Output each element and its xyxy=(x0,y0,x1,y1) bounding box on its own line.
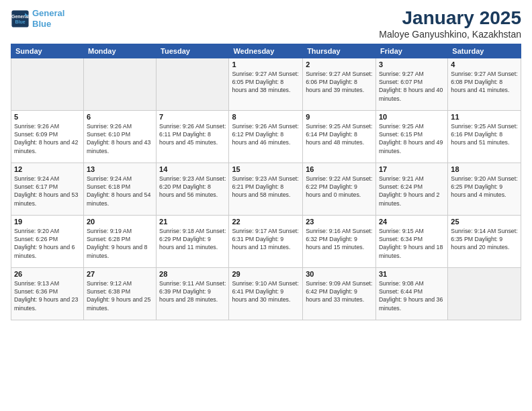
svg-text:Blue: Blue xyxy=(15,19,25,24)
day-info: Sunrise: 9:26 AM Sunset: 6:10 PM Dayligh… xyxy=(87,122,153,155)
day-info: Sunrise: 9:26 AM Sunset: 6:09 PM Dayligh… xyxy=(14,122,81,155)
calendar-cell: 30Sunrise: 9:09 AM Sunset: 6:42 PM Dayli… xyxy=(303,267,376,320)
logo-icon: General Blue xyxy=(11,9,30,28)
day-info: Sunrise: 9:20 AM Sunset: 6:26 PM Dayligh… xyxy=(14,227,81,260)
day-number: 4 xyxy=(451,60,518,68)
day-number: 1 xyxy=(232,60,300,68)
day-info: Sunrise: 9:27 AM Sunset: 6:06 PM Dayligh… xyxy=(306,70,373,95)
day-info: Sunrise: 9:23 AM Sunset: 6:21 PM Dayligh… xyxy=(232,175,300,199)
day-info: Sunrise: 9:16 AM Sunset: 6:32 PM Dayligh… xyxy=(306,227,373,252)
calendar-cell: 21Sunrise: 9:18 AM Sunset: 6:29 PM Dayli… xyxy=(157,215,229,267)
weekday-header: Thursday xyxy=(303,44,376,58)
title-section: January 2025 Maloye Ganyushkino, Kazakhs… xyxy=(379,8,521,40)
calendar-cell: 15Sunrise: 9:23 AM Sunset: 6:21 PM Dayli… xyxy=(229,163,303,215)
calendar-cell: 9Sunrise: 9:25 AM Sunset: 6:14 PM Daylig… xyxy=(303,110,376,163)
day-number: 10 xyxy=(379,113,445,121)
calendar-cell: 10Sunrise: 9:25 AM Sunset: 6:15 PM Dayli… xyxy=(375,110,447,163)
calendar-cell: 22Sunrise: 9:17 AM Sunset: 6:31 PM Dayli… xyxy=(229,215,303,267)
day-number: 21 xyxy=(159,218,226,226)
day-number: 13 xyxy=(87,165,153,173)
day-number: 11 xyxy=(451,113,518,121)
day-info: Sunrise: 9:20 AM Sunset: 6:25 PM Dayligh… xyxy=(451,175,518,199)
calendar-cell: 26Sunrise: 9:13 AM Sunset: 6:36 PM Dayli… xyxy=(11,267,84,320)
day-info: Sunrise: 9:09 AM Sunset: 6:42 PM Dayligh… xyxy=(306,279,373,304)
calendar-week-row: 26Sunrise: 9:13 AM Sunset: 6:36 PM Dayli… xyxy=(11,267,521,320)
weekday-header: Sunday xyxy=(11,44,84,58)
day-number: 3 xyxy=(379,60,445,68)
weekday-header: Friday xyxy=(375,44,447,58)
day-info: Sunrise: 9:25 AM Sunset: 6:15 PM Dayligh… xyxy=(379,122,445,155)
logo: General Blue General Blue xyxy=(11,8,64,29)
day-number: 8 xyxy=(232,113,300,121)
calendar-cell: 27Sunrise: 9:12 AM Sunset: 6:38 PM Dayli… xyxy=(83,267,156,320)
svg-rect-0 xyxy=(11,10,28,27)
calendar-cell: 18Sunrise: 9:20 AM Sunset: 6:25 PM Dayli… xyxy=(448,163,521,215)
weekday-header: Wednesday xyxy=(229,44,303,58)
day-info: Sunrise: 9:27 AM Sunset: 6:08 PM Dayligh… xyxy=(451,70,518,95)
day-number: 24 xyxy=(379,218,445,226)
calendar: SundayMondayTuesdayWednesdayThursdayFrid… xyxy=(11,44,521,320)
calendar-cell xyxy=(448,267,521,320)
location-title: Maloye Ganyushkino, Kazakhstan xyxy=(379,29,521,40)
day-number: 23 xyxy=(306,218,373,226)
weekday-header: Tuesday xyxy=(157,44,229,58)
day-info: Sunrise: 9:11 AM Sunset: 6:39 PM Dayligh… xyxy=(159,279,226,304)
calendar-cell xyxy=(11,58,84,110)
day-number: 14 xyxy=(159,165,226,173)
day-number: 12 xyxy=(14,165,81,173)
day-info: Sunrise: 9:25 AM Sunset: 6:14 PM Dayligh… xyxy=(306,122,373,147)
calendar-cell: 17Sunrise: 9:21 AM Sunset: 6:24 PM Dayli… xyxy=(375,163,447,215)
calendar-week-row: 12Sunrise: 9:24 AM Sunset: 6:17 PM Dayli… xyxy=(11,163,521,215)
day-number: 22 xyxy=(232,218,300,226)
header: General Blue General Blue January 2025 M… xyxy=(11,8,521,40)
day-number: 28 xyxy=(159,270,226,278)
day-info: Sunrise: 9:10 AM Sunset: 6:41 PM Dayligh… xyxy=(232,279,300,304)
weekday-header: Monday xyxy=(83,44,156,58)
day-number: 5 xyxy=(14,113,81,121)
day-number: 2 xyxy=(306,60,373,68)
day-number: 18 xyxy=(451,165,518,173)
day-info: Sunrise: 9:27 AM Sunset: 6:07 PM Dayligh… xyxy=(379,70,445,103)
calendar-cell: 13Sunrise: 9:24 AM Sunset: 6:18 PM Dayli… xyxy=(83,163,156,215)
calendar-week-row: 5Sunrise: 9:26 AM Sunset: 6:09 PM Daylig… xyxy=(11,110,521,163)
day-info: Sunrise: 9:24 AM Sunset: 6:17 PM Dayligh… xyxy=(14,175,81,208)
calendar-cell: 24Sunrise: 9:15 AM Sunset: 6:34 PM Dayli… xyxy=(375,215,447,267)
calendar-week-row: 1Sunrise: 9:27 AM Sunset: 6:05 PM Daylig… xyxy=(11,58,521,110)
calendar-cell: 5Sunrise: 9:26 AM Sunset: 6:09 PM Daylig… xyxy=(11,110,84,163)
calendar-cell: 29Sunrise: 9:10 AM Sunset: 6:41 PM Dayli… xyxy=(229,267,303,320)
day-info: Sunrise: 9:18 AM Sunset: 6:29 PM Dayligh… xyxy=(159,227,226,252)
day-info: Sunrise: 9:25 AM Sunset: 6:16 PM Dayligh… xyxy=(451,122,518,147)
logo-text: General Blue xyxy=(32,8,64,29)
day-number: 6 xyxy=(87,113,153,121)
day-number: 17 xyxy=(379,165,445,173)
day-number: 30 xyxy=(306,270,373,278)
day-info: Sunrise: 9:08 AM Sunset: 6:44 PM Dayligh… xyxy=(379,279,445,312)
calendar-cell: 3Sunrise: 9:27 AM Sunset: 6:07 PM Daylig… xyxy=(375,58,447,110)
day-info: Sunrise: 9:26 AM Sunset: 6:12 PM Dayligh… xyxy=(232,122,300,147)
calendar-cell: 16Sunrise: 9:22 AM Sunset: 6:22 PM Dayli… xyxy=(303,163,376,215)
day-number: 15 xyxy=(232,165,300,173)
day-number: 31 xyxy=(379,270,445,278)
day-number: 29 xyxy=(232,270,300,278)
day-info: Sunrise: 9:26 AM Sunset: 6:11 PM Dayligh… xyxy=(159,122,226,147)
calendar-cell: 28Sunrise: 9:11 AM Sunset: 6:39 PM Dayli… xyxy=(157,267,229,320)
day-info: Sunrise: 9:24 AM Sunset: 6:18 PM Dayligh… xyxy=(87,175,153,208)
day-number: 27 xyxy=(87,270,153,278)
calendar-cell xyxy=(83,58,156,110)
calendar-cell: 12Sunrise: 9:24 AM Sunset: 6:17 PM Dayli… xyxy=(11,163,84,215)
day-info: Sunrise: 9:19 AM Sunset: 6:28 PM Dayligh… xyxy=(87,227,153,260)
day-info: Sunrise: 9:13 AM Sunset: 6:36 PM Dayligh… xyxy=(14,279,81,312)
day-number: 20 xyxy=(87,218,153,226)
calendar-cell xyxy=(157,58,229,110)
day-info: Sunrise: 9:17 AM Sunset: 6:31 PM Dayligh… xyxy=(232,227,300,252)
day-info: Sunrise: 9:15 AM Sunset: 6:34 PM Dayligh… xyxy=(379,227,445,260)
day-number: 19 xyxy=(14,218,81,226)
calendar-cell: 11Sunrise: 9:25 AM Sunset: 6:16 PM Dayli… xyxy=(448,110,521,163)
calendar-cell: 31Sunrise: 9:08 AM Sunset: 6:44 PM Dayli… xyxy=(375,267,447,320)
day-number: 9 xyxy=(306,113,373,121)
day-info: Sunrise: 9:21 AM Sunset: 6:24 PM Dayligh… xyxy=(379,175,445,208)
day-info: Sunrise: 9:27 AM Sunset: 6:05 PM Dayligh… xyxy=(232,70,300,95)
day-info: Sunrise: 9:22 AM Sunset: 6:22 PM Dayligh… xyxy=(306,175,373,199)
day-info: Sunrise: 9:14 AM Sunset: 6:35 PM Dayligh… xyxy=(451,227,518,252)
day-number: 7 xyxy=(159,113,226,121)
